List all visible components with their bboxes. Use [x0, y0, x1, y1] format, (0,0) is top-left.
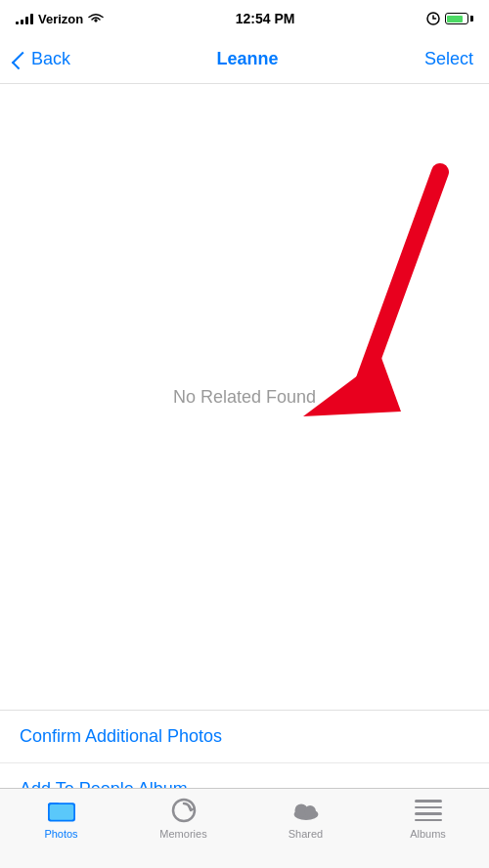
photos-tab-icon: [48, 797, 75, 824]
shared-tab-icon: [292, 797, 320, 824]
confirm-photos-item[interactable]: Confirm Additional Photos: [0, 711, 489, 763]
memories-tab-icon: [170, 797, 198, 824]
shared-tab-label: Shared: [289, 828, 323, 840]
status-time: 12:54 PM: [236, 11, 295, 26]
svg-rect-5: [49, 804, 73, 820]
tab-bar: Photos Memories Shared: [0, 788, 489, 868]
wifi-icon: [88, 13, 104, 24]
select-button[interactable]: Select: [424, 49, 473, 69]
battery-indicator: [445, 13, 473, 24]
empty-message: No Related Found: [173, 387, 316, 408]
page-wrapper: Verizon 12:54 PM Back: [0, 0, 489, 868]
tab-memories[interactable]: Memories: [145, 797, 223, 840]
status-bar: Verizon 12:54 PM: [0, 0, 489, 35]
carrier-label: Verizon: [38, 12, 83, 26]
status-right: [426, 12, 473, 25]
chevron-left-icon: [12, 51, 29, 68]
photos-tab-label: Photos: [44, 828, 77, 840]
tab-albums[interactable]: Albums: [389, 797, 467, 840]
tab-shared[interactable]: Shared: [267, 797, 345, 840]
lock-rotation-icon: [426, 12, 440, 25]
red-arrow: [274, 162, 469, 456]
back-button[interactable]: Back: [16, 49, 70, 69]
svg-point-9: [304, 805, 316, 817]
albums-lines-icon: [415, 799, 442, 822]
nav-bar: Back Leanne Select: [0, 35, 489, 84]
nav-title: Leanne: [216, 49, 278, 69]
memories-icon: [170, 797, 198, 824]
svg-line-1: [362, 172, 440, 387]
back-label: Back: [31, 49, 70, 69]
signal-icon: [16, 13, 33, 24]
albums-tab-label: Albums: [410, 828, 446, 840]
confirm-photos-label: Confirm Additional Photos: [20, 726, 222, 746]
memories-tab-label: Memories: [159, 828, 206, 840]
folder-icon: [48, 797, 75, 824]
cloud-icon: [292, 799, 320, 822]
svg-marker-2: [303, 358, 401, 416]
main-content: No Related Found: [0, 84, 489, 710]
tab-photos[interactable]: Photos: [22, 797, 101, 840]
albums-tab-icon: [415, 797, 442, 824]
status-left: Verizon: [16, 12, 104, 26]
